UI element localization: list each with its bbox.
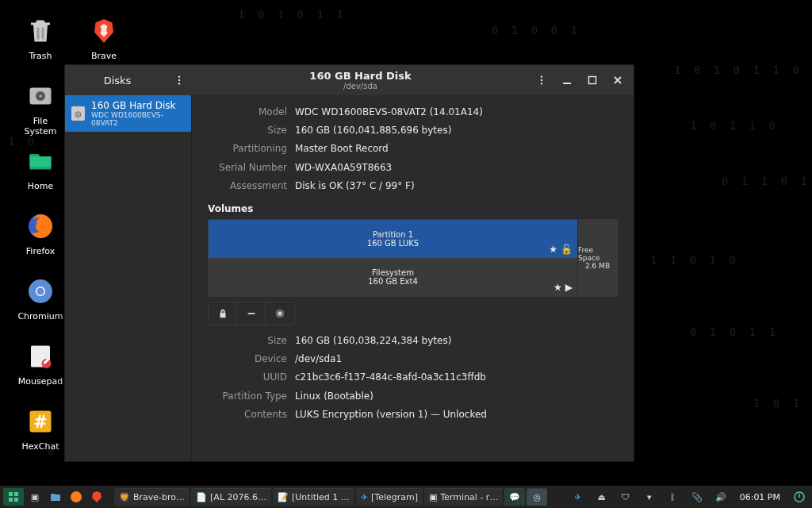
info-row: Serial NumberWD-WXA0A59T8663 [208, 159, 618, 177]
removable-media-icon[interactable]: ⏏ [592, 488, 611, 506]
taskbar-item-document[interactable]: 📄 [AL 2076.6… [191, 488, 271, 506]
chromium-icon [24, 275, 57, 308]
taskbar-item-editor[interactable]: 📝 [Untitled 1 … [273, 488, 354, 506]
desktop-icon-label: Home [16, 181, 65, 191]
app-name: Disks [70, 75, 165, 87]
volume-partition-selected[interactable]: Partition 1 160 GB LUKS ★ 🔓 [209, 220, 577, 258]
volume-free-space[interactable]: Free Space 2.6 MB [577, 220, 617, 296]
partition-options-button[interactable] [266, 302, 294, 325]
info-value: Disk is OK (37° C / 99° F) [295, 179, 415, 194]
filesystem-name: Filesystem [209, 268, 577, 277]
lock-button[interactable] [209, 302, 237, 325]
volume-icon[interactable]: 🔊 [711, 488, 730, 506]
svg-point-13 [178, 83, 180, 84]
desktop-icon-mousepad[interactable]: Mousepad [16, 340, 65, 387]
info-label: Size [208, 123, 287, 138]
info-value: 160 GB (160,038,224,384 bytes) [295, 333, 451, 348]
window-subtitle: /dev/sda [193, 82, 527, 90]
desktop-icon-hexchat[interactable]: # HexChat [16, 405, 65, 452]
sidebar-item-title: 160 GB Hard Disk [91, 100, 185, 111]
info-label: Partitioning [208, 141, 287, 156]
telegram-tray-icon[interactable]: ✈ [569, 488, 588, 506]
start-menu-button[interactable] [3, 488, 24, 506]
close-button[interactable] [607, 69, 629, 91]
firefox-launcher-icon[interactable] [67, 488, 86, 506]
svg-rect-17 [563, 83, 571, 84]
taskbar-item-label: [Telegram] [371, 492, 418, 502]
maximize-button[interactable] [581, 69, 603, 91]
taskbar-item-disks[interactable]: ◎ [527, 488, 547, 506]
info-label: Device [208, 352, 287, 367]
info-row: AssessmentDisk is OK (37° C / 99° F) [208, 177, 618, 195]
info-label: Contents [208, 407, 287, 422]
volume-filesystem[interactable]: Filesystem 160 GB Ext4 ★ ▶ [209, 258, 577, 296]
files-launcher-icon[interactable] [46, 488, 65, 506]
desktop-icon-filesystem[interactable]: File System [16, 79, 65, 137]
desktop-icon-trash[interactable]: Trash [16, 14, 65, 61]
svg-point-2 [40, 95, 42, 98]
disks-icon: ◎ [534, 492, 542, 502]
taskbar-item-brave[interactable]: 🦁 Brave-bro… [114, 488, 190, 506]
desktop-icon-firefox[interactable]: Firefox [16, 210, 65, 256]
desktop-icon-label: Firefox [16, 246, 65, 256]
disk-sidebar: ◎ 160 GB Hard Disk WDC WD1600BEVS-08VAT2 [65, 95, 192, 461]
window-titlebar[interactable]: Disks 160 GB Hard Disk /dev/sda [65, 65, 634, 95]
firefox-icon [24, 210, 57, 243]
desktop-icon-brave[interactable]: Brave [79, 14, 128, 61]
svg-rect-18 [589, 77, 596, 84]
system-tray: ✈ ⏏ 🛡 ▾ ᛒ 📎 🔊 06:01 PM [569, 488, 809, 506]
taskbar-item-chat[interactable]: 💬 [504, 488, 525, 506]
info-label: UUID [208, 370, 287, 385]
minimize-button[interactable] [556, 69, 578, 91]
bluetooth-icon[interactable]: ᛒ [664, 488, 683, 506]
info-row: Size160 GB (160,041,885,696 bytes) [208, 121, 618, 140]
star-icon: ★ [549, 244, 557, 255]
desktop-icon-label: HexChat [16, 441, 65, 452]
info-value: c21bc3c6-f137-484c-8afd-0a3c11c3ffdb [295, 370, 486, 385]
info-row: Partition TypeLinux (Bootable) [208, 387, 618, 406]
sidebar-disk-item[interactable]: ◎ 160 GB Hard Disk WDC WD1600BEVS-08VAT2 [65, 95, 191, 132]
svg-rect-24 [14, 498, 18, 502]
taskbar-item-label: Brave-bro… [133, 492, 185, 502]
volume-toolbar [208, 302, 295, 325]
terminal-launcher-icon[interactable]: ▣ [25, 488, 44, 506]
trash-icon [24, 14, 57, 48]
unlock-icon: 🔓 [561, 244, 573, 255]
folder-icon [24, 144, 57, 178]
network-icon[interactable]: ▾ [640, 488, 659, 506]
info-value: WDC WD1600BEVS-08VAT2 (14.01A14) [295, 105, 483, 120]
clock[interactable]: 06:01 PM [735, 492, 785, 502]
text-editor-icon [24, 340, 57, 373]
desktop-icon-label: File System [16, 116, 65, 137]
taskbar-item-telegram[interactable]: ✈ [Telegram] [356, 488, 423, 506]
info-label: Assessment [208, 179, 287, 194]
delete-partition-button[interactable] [237, 302, 266, 325]
text-icon: 📝 [278, 492, 289, 502]
svg-point-12 [178, 79, 180, 81]
partition-name: Partition 1 [209, 230, 577, 239]
disk-content: ModelWDC WD1600BEVS-08VAT2 (14.01A14)Siz… [192, 95, 634, 461]
desktop-icon-label: Mousepad [16, 376, 65, 387]
info-row: PartitioningMaster Boot Record [208, 140, 618, 158]
svg-rect-21 [9, 492, 13, 496]
brave-icon [87, 14, 121, 48]
brave-launcher-icon[interactable] [87, 488, 106, 506]
svg-text:#: # [33, 413, 48, 432]
shield-icon[interactable]: 🛡 [616, 488, 635, 506]
volumes-heading: Volumes [208, 203, 618, 214]
hamburger-menu-button[interactable] [168, 69, 190, 91]
info-value: Master Boot Record [295, 141, 389, 156]
taskbar-item-terminal[interactable]: ▣ Terminal - r… [424, 488, 503, 506]
logout-icon[interactable] [790, 488, 809, 506]
info-label: Model [208, 105, 287, 120]
svg-point-16 [541, 83, 542, 84]
desktop-icon-label: Chromium [16, 311, 65, 321]
desktop-icon-chromium[interactable]: Chromium [16, 275, 65, 321]
desktop-icon-home[interactable]: Home [16, 144, 65, 191]
taskbar-item-label: Terminal - r… [440, 492, 498, 502]
drive-menu-button[interactable] [530, 69, 553, 91]
clipboard-icon[interactable]: 📎 [688, 488, 707, 506]
disks-window: Disks 160 GB Hard Disk /dev/sda [65, 65, 634, 461]
svg-point-11 [178, 75, 180, 77]
hexchat-icon: # [24, 405, 57, 438]
